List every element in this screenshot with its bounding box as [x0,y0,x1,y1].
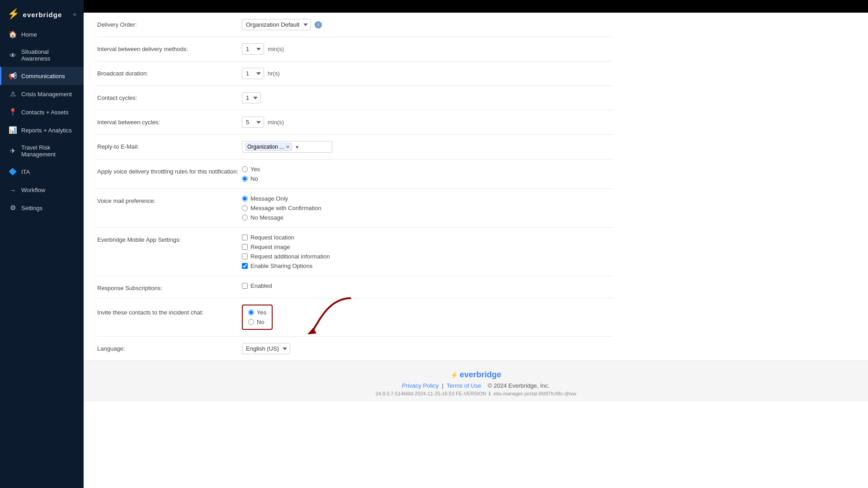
settings-icon: ⚙ [9,204,17,212]
invite-contacts-no-label: No [257,319,264,325]
mobile-request-location[interactable]: Request location [242,234,330,241]
reply-email-control: Organization ... ✕ ▾ [242,141,613,153]
sidebar-item-situational-awareness[interactable]: 👁 Situational Awareness [0,43,84,67]
mobile-request-location-label: Request location [250,234,294,241]
voice-throttling-no[interactable]: No [242,175,260,182]
voice-throttling-no-radio[interactable] [242,176,248,182]
voice-throttling-yes-radio[interactable] [242,166,248,172]
sidebar-item-crisis-management[interactable]: ⚠ Crisis Management [0,85,84,103]
voice-throttling-yes[interactable]: Yes [242,166,260,173]
invite-contacts-no[interactable]: No [248,319,266,325]
sidebar-item-home[interactable]: 🏠 Home [0,25,84,43]
footer-version: 24.9.0.7-514b6bf-2024-11-25-16:53 FE-VER… [84,391,868,397]
delivery-order-select[interactable]: Organization Default Custom [242,19,311,30]
mobile-request-image[interactable]: Request image [242,244,330,250]
invite-contacts-label: Invite these contacts to the incident ch… [97,305,242,316]
response-subscriptions-label: Response Subscriptions: [97,282,242,291]
broadcast-duration-select[interactable]: 12481224 [242,68,264,79]
arrow-svg [287,294,359,339]
reply-email-tag-input[interactable]: Organization ... ✕ ▾ [242,141,332,153]
broadcast-duration-control: 12481224 hr(s) [242,68,613,79]
privacy-policy-link[interactable]: Privacy Policy [402,382,439,389]
invite-contacts-row: Invite these contacts to the incident ch… [97,298,613,337]
arrow-annotation [287,294,359,340]
interval-cycles-select[interactable]: 51231015 [242,117,264,128]
mobile-enable-sharing-label: Enable Sharing Options [250,263,312,269]
voice-throttling-row: Apply voice delivery throttling rules fo… [97,160,613,189]
voicemail-message-only[interactable]: Message Only [242,195,321,202]
broadcast-duration-unit: hr(s) [268,70,280,77]
sidebar-label-settings: Settings [21,205,42,211]
ita-icon: 🔷 [9,168,17,176]
voice-throttling-label: Apply voice delivery throttling rules fo… [97,166,242,175]
reply-email-dropdown-icon[interactable]: ▾ [296,144,299,150]
interval-delivery-select[interactable]: 123510 [242,43,264,55]
mobile-enable-sharing-checkbox[interactable] [242,263,248,269]
reports-analytics-icon: 📊 [9,126,17,134]
voicemail-preference-control: Message Only Message with Confirmation N… [242,195,613,221]
voicemail-no-message-radio[interactable] [242,215,248,221]
terms-of-use-link[interactable]: Terms of Use [447,382,481,389]
contact-cycles-control: 12345 [242,92,613,103]
sidebar-item-ita[interactable]: 🔷 ITA [0,163,84,181]
broadcast-duration-row: Broadcast duration: 12481224 hr(s) [97,61,613,86]
sidebar-item-workflow[interactable]: → Workflow [0,181,84,199]
sidebar-item-reports-analytics[interactable]: 📊 Reports + Analytics [0,121,84,139]
mobile-enable-sharing[interactable]: Enable Sharing Options [242,263,330,269]
voicemail-message-confirmation[interactable]: Message with Confirmation [242,205,321,211]
mobile-request-additional[interactable]: Request additional information [242,253,330,260]
reply-email-row: Reply-to E-Mail: Organization ... ✕ ▾ [97,135,613,160]
sidebar-label-home: Home [21,31,37,38]
invite-contacts-no-radio[interactable] [248,319,254,325]
response-subscriptions-enabled-label: Enabled [250,282,272,289]
interval-cycles-row: Interval between cycles: 51231015 min(s) [97,110,613,135]
sidebar-item-communications[interactable]: 📢 Communications [0,67,84,85]
broadcast-duration-label: Broadcast duration: [97,68,242,77]
reply-email-tag-close[interactable]: ✕ [286,144,290,150]
sidebar-item-settings[interactable]: ⚙ Settings [0,199,84,217]
mobile-request-image-checkbox[interactable] [242,244,248,250]
language-label: Language: [97,343,242,352]
delivery-order-control: Organization Default Custom i [242,19,613,30]
delivery-order-row: Delivery Order: Organization Default Cus… [97,13,613,37]
mobile-request-location-checkbox[interactable] [242,235,248,240]
interval-delivery-unit: min(s) [268,46,284,52]
voicemail-message-confirmation-label: Message with Confirmation [250,205,321,211]
crisis-management-icon: ⚠ [9,90,17,98]
sidebar-label-workflow: Workflow [21,187,45,193]
mobile-app-settings-checkbox-group: Request location Request image Request a… [242,234,330,269]
mobile-request-additional-checkbox[interactable] [242,253,248,259]
interval-cycles-label: Interval between cycles: [97,117,242,126]
response-subscriptions-control: Enabled [242,282,613,289]
mobile-request-additional-label: Request additional information [250,253,330,260]
response-subscriptions-enabled[interactable]: Enabled [242,282,272,289]
sidebar: ⚡ everbridge « 🏠 Home 👁 Situational Awar… [0,0,84,488]
contact-cycles-select[interactable]: 12345 [242,92,261,103]
sidebar-item-contacts-assets[interactable]: 📍 Contacts + Assets [0,103,84,121]
voicemail-no-message[interactable]: No Message [242,214,321,221]
language-select[interactable]: English (US) French Spanish German [242,343,290,354]
svg-marker-0 [307,328,316,334]
invite-contacts-yes[interactable]: Yes [248,309,266,316]
mobile-request-image-label: Request image [250,244,290,250]
voice-throttling-radio-group: Yes No [242,166,260,182]
sidebar-navigation: 🏠 Home 👁 Situational Awareness 📢 Communi… [0,25,84,488]
communications-icon: 📢 [9,72,17,80]
sidebar-item-travel-risk[interactable]: ✈ Travel Risk Management [0,139,84,163]
footer-copyright: © 2024 Everbridge, Inc. [488,382,550,389]
response-subscriptions-enabled-checkbox[interactable] [242,283,248,289]
voicemail-message-only-radio[interactable] [242,196,248,202]
footer-info-icon[interactable]: ℹ [489,391,491,396]
top-bar [84,0,868,13]
sidebar-collapse-button[interactable]: « [73,10,76,18]
delivery-order-info-icon[interactable]: i [315,21,322,28]
voice-throttling-yes-label: Yes [250,166,260,173]
interval-cycles-unit: min(s) [268,119,284,126]
form-container: Delivery Order: Organization Default Cus… [84,13,626,361]
invite-contacts-control: Yes No [242,305,613,330]
voicemail-message-confirmation-radio[interactable] [242,205,248,211]
invite-contacts-yes-radio[interactable] [248,310,254,315]
interval-delivery-label: Interval between delivery methods: [97,43,242,52]
contact-cycles-label: Contact cycles: [97,92,242,101]
language-control: English (US) French Spanish German [242,343,613,354]
